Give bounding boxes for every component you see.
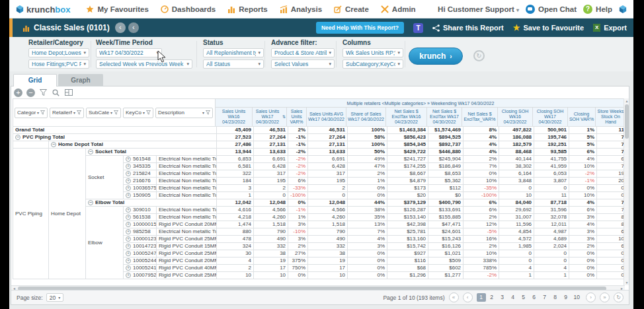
column-filter-keycode[interactable]: KeyCode▾ [123, 108, 153, 118]
expand-icon[interactable]: + [126, 273, 131, 278]
page-button-2[interactable]: 2 [487, 293, 497, 302]
expand-icon[interactable]: + [126, 186, 131, 191]
prev-page-button[interactable]: ‹ [463, 292, 473, 302]
expand-icon[interactable]: + [126, 236, 131, 242]
page-size-select[interactable]: 20▾ [46, 293, 63, 302]
expand-icon[interactable]: + [126, 222, 131, 227]
comparison-select[interactable]: Selected Week vs Previous Week▾ [96, 59, 192, 69]
page-button-9[interactable]: 9 [561, 293, 571, 302]
retailer-select[interactable]: Home Depot;Lowes USA;Me▾ [28, 48, 89, 57]
reset-button[interactable]: ↻ [473, 50, 485, 61]
column-header[interactable]: Sales Units Wk16 04/23/2022 [216, 108, 253, 126]
expand-icon[interactable]: + [126, 193, 131, 198]
nav-item-my-favourites[interactable]: My Favourites [86, 5, 148, 13]
column-header[interactable]: Closing SOH Wk16 04/23/2022 [498, 108, 533, 126]
expand-icon[interactable]: + [126, 265, 131, 271]
expand-icon[interactable]: + [126, 156, 131, 162]
expand-icon[interactable]: + [126, 178, 131, 184]
krunch-button[interactable]: krunch› [409, 48, 463, 65]
expand-icon[interactable]: − [51, 142, 56, 147]
expand-all-icon[interactable]: + [14, 88, 22, 97]
replenishment-select[interactable]: All Replenishment types▾ [203, 48, 264, 57]
values-select[interactable]: Select Values▾ [271, 59, 335, 69]
search-icon[interactable] [52, 88, 60, 97]
scroll-down-icon[interactable]: ▼ [624, 280, 629, 285]
nav-item-create[interactable]: Create [334, 5, 369, 13]
column-header[interactable]: Net Sales $ ExclTax Wk17 04/30/2022 [427, 108, 462, 126]
week-select[interactable]: Wk17 04/30/2022▾ [96, 48, 162, 57]
nav-item-analysis[interactable]: Analysis [280, 5, 322, 13]
expand-icon[interactable]: − [15, 135, 20, 140]
page-button-5[interactable]: 5 [519, 293, 528, 302]
funnel-icon[interactable] [146, 110, 151, 115]
page-button-7[interactable]: 7 [540, 293, 549, 302]
next-page-button[interactable]: › [586, 292, 596, 302]
back-button-2[interactable]: ‹ [128, 22, 139, 33]
nav-item-dashboards[interactable]: Dashboards [161, 5, 216, 13]
user-menu[interactable]: Hi Customer Support ▾ [438, 5, 519, 13]
cube-icon[interactable] [619, 5, 627, 13]
column-filter-retailername[interactable]: RetailerName▾ [50, 108, 84, 118]
krunchbox-logo[interactable]: krunchbox [16, 3, 70, 15]
column-header[interactable]: Sales Units VAR% [287, 108, 307, 126]
refresh-button[interactable]: ↻ [614, 292, 624, 302]
open-chat-button[interactable]: Open Chat [526, 5, 577, 14]
rows-select[interactable]: SubCategory;KeyCode;Desc▾ [342, 59, 403, 69]
columns-select[interactable]: Wk Sales Units RP;Wk Sales▾ [342, 48, 403, 57]
expand-icon[interactable]: + [126, 215, 131, 220]
column-header[interactable]: Closing SOH Wk17 04/30/2022 [533, 108, 568, 126]
column-filter-description[interactable]: Description▾ [155, 108, 213, 118]
columns-layout-icon[interactable] [64, 88, 73, 97]
expand-icon[interactable]: + [126, 229, 131, 234]
column-filter-subcategory[interactable]: SubCategory▾ [86, 108, 121, 118]
funnel-icon[interactable] [206, 110, 210, 115]
first-page-button[interactable]: « [449, 292, 459, 302]
last-page-button[interactable]: » [600, 292, 610, 302]
page-button-4[interactable]: 4 [508, 293, 518, 302]
tab-grid[interactable]: Grid [13, 74, 57, 86]
page-button-6[interactable]: 6 [530, 293, 539, 302]
page-button-10[interactable]: 10 [572, 293, 582, 302]
export-button[interactable]: Export [593, 24, 627, 32]
funnel-icon[interactable] [40, 110, 45, 115]
expand-icon[interactable]: − [88, 200, 93, 205]
column-header[interactable]: Sales Units Wk17 04/30/2022⇅ [253, 108, 287, 126]
need-help-button[interactable]: Need Help With This Report? [316, 22, 404, 34]
scroll-up-icon[interactable]: ▲ [624, 98, 629, 104]
status-select[interactable]: All Status▾ [203, 59, 264, 69]
filter-icon[interactable] [39, 88, 48, 97]
column-header[interactable]: Share of Sales Wk17 04/30/2022 [346, 108, 386, 126]
expand-icon[interactable]: + [126, 171, 131, 176]
expand-icon[interactable]: + [126, 244, 131, 249]
column-header[interactable]: Net Sales $ ExclTax_VAR% [462, 108, 498, 126]
expand-icon[interactable]: + [126, 164, 131, 169]
vertical-scrollbar[interactable]: ▲ ▼ [624, 98, 629, 285]
save-favourite-button[interactable]: ★ Save to Favourite [513, 23, 584, 32]
chevron-down-icon: ▾ [186, 61, 189, 67]
expand-icon[interactable]: + [126, 207, 131, 213]
funnel-icon[interactable] [114, 110, 118, 115]
column-header[interactable]: Net Sales $ ExclTax Wk16 04/23/2022 [386, 108, 427, 126]
expand-icon[interactable]: + [126, 251, 131, 256]
teams-icon[interactable]: T [413, 23, 423, 33]
share-report-button[interactable]: Share this Report [432, 24, 504, 32]
back-button[interactable]: ‹ [115, 22, 126, 33]
column-header[interactable]: Sales Units AVG Wk17 04/30/2022 [307, 108, 346, 126]
tab-graph[interactable]: Graph [58, 74, 103, 86]
column-header[interactable]: Closing SOH VAR% [568, 108, 596, 126]
page-button-1[interactable]: 1 [477, 293, 486, 302]
funnel-icon[interactable] [77, 110, 81, 115]
column-header[interactable]: Store Weeks Stock On Hand [596, 108, 625, 126]
help-button[interactable]: ?Help [583, 5, 612, 14]
nav-item-reports[interactable]: Reports [227, 5, 267, 13]
vertical-scroll-thumb[interactable] [625, 104, 629, 139]
expand-icon[interactable]: − [88, 149, 93, 154]
page-button-8[interactable]: 8 [551, 293, 560, 302]
category-select[interactable]: Hose Fittings;PVC Piping;Sc▾ [28, 59, 89, 69]
attributes-select[interactable]: Product & Store Attributes▾ [271, 48, 335, 57]
column-filter-category[interactable]: Category▾ [15, 108, 48, 118]
collapse-all-icon[interactable]: − [26, 88, 35, 97]
expand-icon[interactable]: + [126, 258, 131, 263]
page-button-3[interactable]: 3 [498, 293, 507, 302]
nav-item-admin[interactable]: Admin [381, 5, 416, 13]
